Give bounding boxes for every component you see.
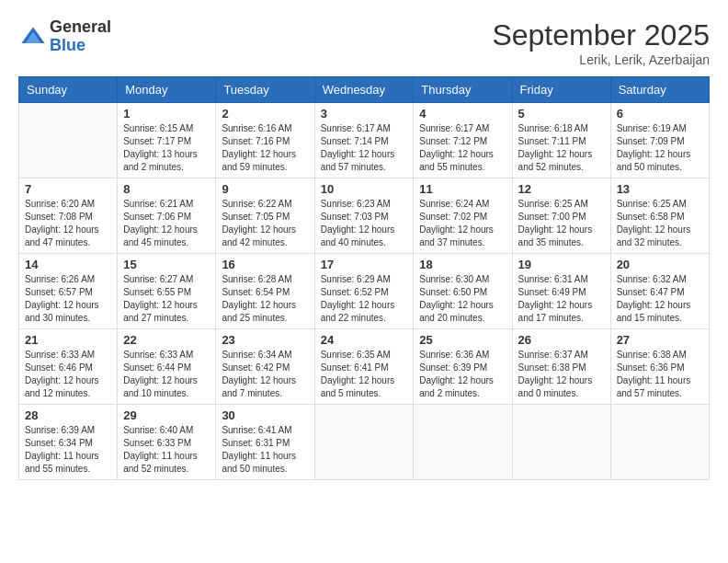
day-number: 9: [222, 182, 308, 196]
calendar-cell: 1Sunrise: 6:15 AM Sunset: 7:17 PM Daylig…: [118, 103, 216, 178]
calendar-cell: 22Sunrise: 6:33 AM Sunset: 6:44 PM Dayli…: [118, 329, 216, 405]
day-info: Sunrise: 6:17 AM Sunset: 7:12 PM Dayligh…: [419, 122, 506, 174]
calendar-cell: 3Sunrise: 6:17 AM Sunset: 7:14 PM Daylig…: [314, 103, 414, 178]
logo-icon: [20, 24, 46, 50]
calendar-cell: 19Sunrise: 6:31 AM Sunset: 6:49 PM Dayli…: [512, 254, 610, 329]
calendar-week-row: 28Sunrise: 6:39 AM Sunset: 6:34 PM Dayli…: [19, 405, 710, 480]
day-info: Sunrise: 6:18 AM Sunset: 7:11 PM Dayligh…: [518, 122, 605, 174]
day-info: Sunrise: 6:32 AM Sunset: 6:47 PM Dayligh…: [617, 273, 703, 325]
month-title: September 2025: [492, 18, 710, 52]
logo-general: General: [50, 18, 111, 37]
day-info: Sunrise: 6:37 AM Sunset: 6:38 PM Dayligh…: [518, 349, 605, 400]
day-info: Sunrise: 6:20 AM Sunset: 7:08 PM Dayligh…: [25, 198, 111, 249]
day-number: 24: [321, 333, 408, 347]
day-number: 23: [222, 333, 308, 347]
day-info: Sunrise: 6:26 AM Sunset: 6:57 PM Dayligh…: [25, 273, 111, 325]
calendar-cell: 6Sunrise: 6:19 AM Sunset: 7:09 PM Daylig…: [610, 103, 709, 178]
calendar-cell: 10Sunrise: 6:23 AM Sunset: 7:03 PM Dayli…: [314, 178, 414, 254]
day-info: Sunrise: 6:34 AM Sunset: 6:42 PM Dayligh…: [222, 349, 308, 400]
day-number: 15: [123, 258, 210, 271]
calendar-cell: [414, 405, 512, 480]
day-number: 5: [518, 107, 605, 121]
day-number: 6: [617, 107, 703, 121]
calendar-week-row: 14Sunrise: 6:26 AM Sunset: 6:57 PM Dayli…: [19, 254, 710, 329]
day-number: 3: [321, 107, 408, 121]
title-section: September 2025 Lerik, Lerik, Azerbaijan: [492, 18, 710, 67]
calendar-cell: 9Sunrise: 6:22 AM Sunset: 7:05 PM Daylig…: [216, 178, 314, 254]
calendar-cell: [610, 405, 709, 480]
header-tuesday: Tuesday: [216, 77, 314, 103]
day-number: 14: [25, 258, 111, 271]
day-number: 18: [419, 258, 506, 271]
day-info: Sunrise: 6:33 AM Sunset: 6:46 PM Dayligh…: [25, 349, 111, 400]
day-number: 2: [222, 107, 308, 121]
day-info: Sunrise: 6:35 AM Sunset: 6:41 PM Dayligh…: [321, 349, 408, 400]
header-wednesday: Wednesday: [314, 77, 414, 103]
day-number: 4: [419, 107, 506, 121]
day-info: Sunrise: 6:39 AM Sunset: 6:34 PM Dayligh…: [25, 424, 111, 476]
day-number: 27: [617, 333, 703, 347]
day-info: Sunrise: 6:24 AM Sunset: 7:02 PM Dayligh…: [419, 198, 506, 249]
day-info: Sunrise: 6:31 AM Sunset: 6:49 PM Dayligh…: [518, 273, 605, 325]
day-info: Sunrise: 6:15 AM Sunset: 7:17 PM Dayligh…: [123, 122, 210, 174]
day-info: Sunrise: 6:25 AM Sunset: 7:00 PM Dayligh…: [518, 198, 605, 249]
day-number: 21: [25, 333, 111, 347]
location-subtitle: Lerik, Lerik, Azerbaijan: [492, 52, 710, 67]
calendar-cell: 8Sunrise: 6:21 AM Sunset: 7:06 PM Daylig…: [118, 178, 216, 254]
logo-blue: Blue: [50, 37, 111, 55]
calendar-cell: 7Sunrise: 6:20 AM Sunset: 7:08 PM Daylig…: [19, 178, 118, 254]
calendar-cell: 12Sunrise: 6:25 AM Sunset: 7:00 PM Dayli…: [512, 178, 610, 254]
day-number: 10: [321, 182, 408, 196]
day-number: 1: [123, 107, 210, 121]
header-saturday: Saturday: [610, 77, 709, 103]
calendar-cell: 20Sunrise: 6:32 AM Sunset: 6:47 PM Dayli…: [610, 254, 709, 329]
calendar-cell: 29Sunrise: 6:40 AM Sunset: 6:33 PM Dayli…: [118, 405, 216, 480]
header-monday: Monday: [118, 77, 216, 103]
day-number: 25: [419, 333, 506, 347]
day-info: Sunrise: 6:22 AM Sunset: 7:05 PM Dayligh…: [222, 198, 308, 249]
calendar-cell: 16Sunrise: 6:28 AM Sunset: 6:54 PM Dayli…: [216, 254, 314, 329]
day-info: Sunrise: 6:38 AM Sunset: 6:36 PM Dayligh…: [617, 349, 703, 400]
day-info: Sunrise: 6:27 AM Sunset: 6:55 PM Dayligh…: [123, 273, 210, 325]
day-number: 17: [321, 258, 408, 271]
calendar-cell: 14Sunrise: 6:26 AM Sunset: 6:57 PM Dayli…: [19, 254, 118, 329]
calendar-cell: 26Sunrise: 6:37 AM Sunset: 6:38 PM Dayli…: [512, 329, 610, 405]
calendar-cell: 2Sunrise: 6:16 AM Sunset: 7:16 PM Daylig…: [216, 103, 314, 178]
day-number: 19: [518, 258, 605, 271]
day-info: Sunrise: 6:29 AM Sunset: 6:52 PM Dayligh…: [321, 273, 408, 325]
day-number: 8: [123, 182, 210, 196]
calendar-cell: 24Sunrise: 6:35 AM Sunset: 6:41 PM Dayli…: [314, 329, 414, 405]
calendar-cell: 23Sunrise: 6:34 AM Sunset: 6:42 PM Dayli…: [216, 329, 314, 405]
day-info: Sunrise: 6:41 AM Sunset: 6:31 PM Dayligh…: [222, 424, 308, 476]
calendar-cell: [314, 405, 414, 480]
logo-text: General Blue: [50, 18, 111, 55]
calendar-cell: 28Sunrise: 6:39 AM Sunset: 6:34 PM Dayli…: [19, 405, 118, 480]
calendar-cell: 11Sunrise: 6:24 AM Sunset: 7:02 PM Dayli…: [414, 178, 512, 254]
header-sunday: Sunday: [19, 77, 118, 103]
calendar-week-row: 7Sunrise: 6:20 AM Sunset: 7:08 PM Daylig…: [19, 178, 710, 254]
day-number: 30: [222, 408, 308, 422]
calendar-cell: 21Sunrise: 6:33 AM Sunset: 6:46 PM Dayli…: [19, 329, 118, 405]
calendar-cell: 18Sunrise: 6:30 AM Sunset: 6:50 PM Dayli…: [414, 254, 512, 329]
calendar-cell: 15Sunrise: 6:27 AM Sunset: 6:55 PM Dayli…: [118, 254, 216, 329]
day-number: 7: [25, 182, 111, 196]
day-number: 20: [617, 258, 703, 271]
calendar-table: SundayMondayTuesdayWednesdayThursdayFrid…: [18, 76, 710, 480]
calendar-week-row: 21Sunrise: 6:33 AM Sunset: 6:46 PM Dayli…: [19, 329, 710, 405]
calendar-cell: 4Sunrise: 6:17 AM Sunset: 7:12 PM Daylig…: [414, 103, 512, 178]
calendar-cell: 30Sunrise: 6:41 AM Sunset: 6:31 PM Dayli…: [216, 405, 314, 480]
header-thursday: Thursday: [414, 77, 512, 103]
day-number: 26: [518, 333, 605, 347]
day-info: Sunrise: 6:21 AM Sunset: 7:06 PM Dayligh…: [123, 198, 210, 249]
day-number: 13: [617, 182, 703, 196]
header-friday: Friday: [512, 77, 610, 103]
day-info: Sunrise: 6:36 AM Sunset: 6:39 PM Dayligh…: [419, 349, 506, 400]
day-number: 12: [518, 182, 605, 196]
calendar-cell: 5Sunrise: 6:18 AM Sunset: 7:11 PM Daylig…: [512, 103, 610, 178]
calendar-header-row: SundayMondayTuesdayWednesdayThursdayFrid…: [19, 77, 710, 103]
calendar-week-row: 1Sunrise: 6:15 AM Sunset: 7:17 PM Daylig…: [19, 103, 710, 178]
day-number: 29: [123, 408, 210, 422]
logo: General Blue: [18, 18, 111, 55]
day-number: 16: [222, 258, 308, 271]
day-info: Sunrise: 6:30 AM Sunset: 6:50 PM Dayligh…: [419, 273, 506, 325]
